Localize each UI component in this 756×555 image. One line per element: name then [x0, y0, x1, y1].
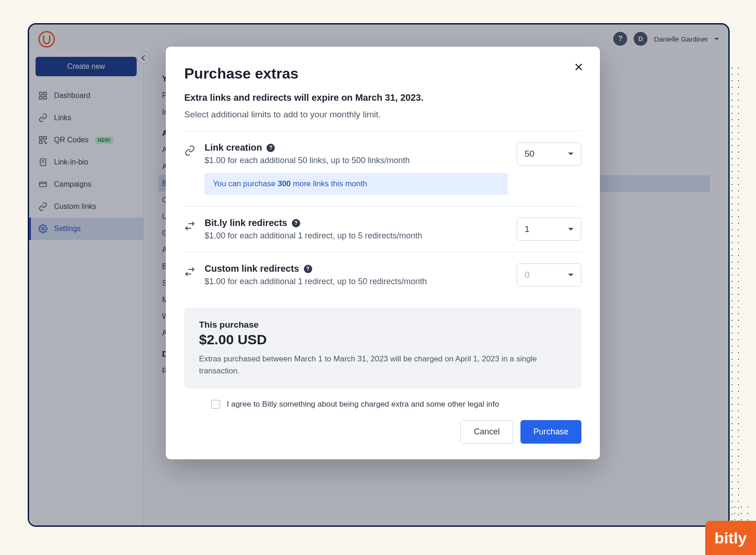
summary-label: This purchase: [199, 320, 567, 330]
agree-checkbox[interactable]: [211, 400, 220, 409]
chevron-down-icon: [568, 274, 574, 276]
link-icon: [184, 145, 195, 156]
select-value: 1: [525, 224, 530, 234]
modal-instruction: Select additional limits to add to your …: [184, 110, 581, 120]
row-title-text: Custom link redirects: [205, 263, 299, 274]
summary-amount: $2.00 USD: [199, 332, 567, 348]
row-description: $1.00 for each additional 1 redirect, up…: [205, 277, 508, 287]
cancel-button[interactable]: Cancel: [460, 420, 513, 444]
purchase-button[interactable]: Purchase: [520, 420, 581, 444]
row-description: $1.00 for each additional 50 links, up t…: [205, 156, 508, 165]
quantity-select-bitly-redirects[interactable]: 1: [517, 218, 581, 241]
purchase-extras-modal: Purchase extras Extra links and redirect…: [166, 47, 600, 459]
bitly-brand-tab: bitly: [705, 521, 756, 555]
extra-row-link-creation: Link creation ? $1.00 for each additiona…: [184, 131, 581, 206]
select-value: 0: [525, 270, 530, 280]
chevron-down-icon: [568, 228, 574, 231]
close-icon: [574, 62, 584, 72]
quantity-select-link-creation[interactable]: 50: [517, 142, 581, 165]
modal-title: Purchase extras: [184, 65, 581, 82]
info-icon[interactable]: ?: [304, 265, 312, 273]
modal-subtitle: Extra links and redirects will expire on…: [184, 92, 581, 103]
quantity-select-custom-redirects[interactable]: 0: [517, 263, 581, 287]
chevron-down-icon: [568, 152, 574, 155]
agree-text: I agree to Bitly something about being c…: [227, 400, 499, 409]
app-window: ? D Danielle Gardiner Create new Dashboa…: [28, 23, 730, 527]
summary-note: Extras purchased between March 1 to Marc…: [199, 353, 567, 377]
agree-row: I agree to Bitly something about being c…: [211, 400, 581, 409]
row-title-text: Link creation: [205, 142, 262, 153]
extra-row-bitly-redirects: Bit.ly link redirects ? $1.00 for each a…: [184, 206, 581, 252]
row-title-text: Bit.ly link redirects: [205, 218, 287, 228]
row-description: $1.00 for each additional 1 redirect, up…: [205, 231, 508, 241]
extra-row-custom-redirects: Custom link redirects ? $1.00 for each a…: [184, 252, 581, 298]
info-icon[interactable]: ?: [266, 144, 275, 152]
purchase-summary: This purchase $2.00 USD Extras purchased…: [184, 308, 581, 389]
info-icon[interactable]: ?: [292, 219, 300, 227]
select-value: 50: [525, 149, 534, 159]
info-banner: You can purchase 300 more links this mon…: [205, 173, 508, 195]
redirects-icon: [184, 220, 195, 232]
redirects-icon: [184, 266, 195, 277]
close-button[interactable]: [570, 59, 587, 75]
